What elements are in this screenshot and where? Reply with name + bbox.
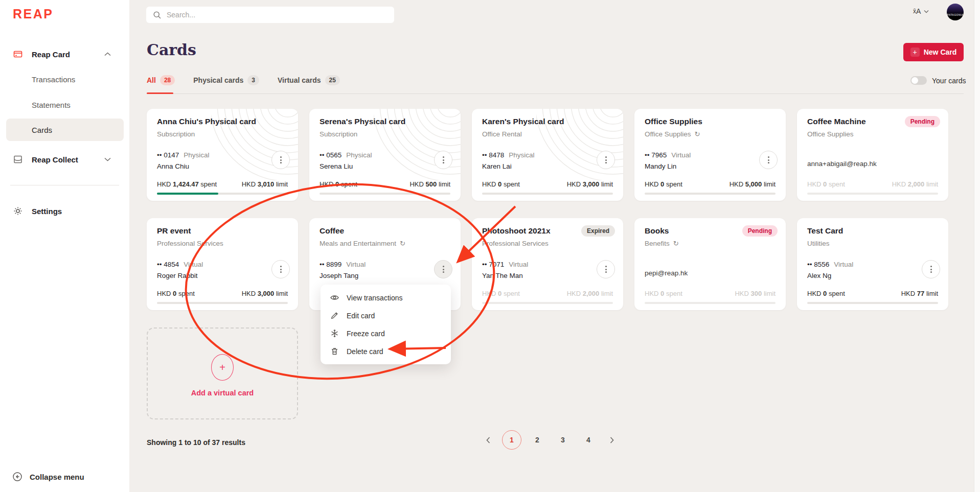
card-category: Subscription xyxy=(157,130,195,138)
card-holder: Joseph Tang xyxy=(320,272,358,279)
card-usage: HKD 0 spent HKD 300 limit xyxy=(645,290,776,297)
card-menu-button[interactable] xyxy=(271,260,290,278)
card-category: Office Rental xyxy=(482,130,522,138)
card-serena[interactable]: Serena's Physical card Subscription •• 0… xyxy=(309,109,461,201)
recurring-icon: ↻ xyxy=(673,240,679,247)
card-title: Anna Chiu's Physical card xyxy=(157,117,262,126)
sidebar-item-label: Reap Card xyxy=(32,50,70,59)
collapse-menu-label: Collapse menu xyxy=(30,473,84,481)
next-page-button[interactable] xyxy=(604,430,620,450)
search-icon xyxy=(153,11,162,19)
prev-page-button[interactable] xyxy=(481,430,496,450)
card-category: Office Supplies↻ xyxy=(645,130,700,138)
spend-progress-bar xyxy=(482,302,613,304)
sidebar-item-transactions[interactable]: Transactions xyxy=(6,68,124,90)
card-number: •• 7965Virtual xyxy=(645,151,691,159)
card-usage: HKD 0 spent HKD 2,000 limit xyxy=(807,180,938,188)
sidebar-divider xyxy=(10,185,119,185)
spend-progress-bar xyxy=(645,302,776,304)
spend-progress-bar xyxy=(807,193,938,195)
card-number: •• 0565Physical xyxy=(320,151,372,159)
avatar[interactable]: PATAGONIA xyxy=(947,4,964,20)
search-box xyxy=(146,7,394,23)
card-books[interactable]: Books Pending Benefits↻ pepi@reap.hk HKD… xyxy=(634,218,786,310)
sidebar-item-statements[interactable]: Statements xyxy=(6,93,124,116)
card-test-card[interactable]: Test Card Utilities •• 8556Virtual Alex … xyxy=(797,218,948,310)
sidebar-item-label: Cards xyxy=(32,126,52,134)
spend-progress-bar xyxy=(645,193,776,195)
pagination: 1 2 3 4 xyxy=(481,430,620,450)
menu-item-edit-card[interactable]: Edit card xyxy=(321,307,451,324)
card-usage: HKD 0 spent HKD 5,000 limit xyxy=(645,180,776,188)
add-virtual-card-label: Add a virtual card xyxy=(191,389,254,397)
menu-item-freeze-card[interactable]: Freeze card xyxy=(321,324,451,342)
tab-virtual-cards[interactable]: Virtual cards 25 xyxy=(278,75,340,85)
card-holder: Alex Ng xyxy=(807,272,831,279)
chevron-right-icon xyxy=(610,437,614,443)
menu-item-view-transactions[interactable]: View transactions xyxy=(321,289,451,307)
card-number: •• 8556Virtual xyxy=(807,261,853,268)
card-usage: HKD 1,424.47 spent HKD 3,010 limit xyxy=(157,180,288,188)
spend-progress-bar xyxy=(157,193,288,195)
new-card-button[interactable]: + New Card xyxy=(903,43,964,61)
trash-icon xyxy=(330,347,339,356)
card-photoshoot[interactable]: Photoshoot 2021x Expired Professional Se… xyxy=(472,218,623,310)
menu-item-label: Edit card xyxy=(347,312,375,320)
sidebar-item-reap-card[interactable]: Reap Card xyxy=(0,45,129,63)
card-anna-chiu[interactable]: Anna Chiu's Physical card Subscription •… xyxy=(147,109,298,201)
tab-label: All xyxy=(147,76,156,84)
card-menu-button[interactable] xyxy=(597,151,615,169)
card-menu-button-open[interactable] xyxy=(434,260,452,278)
search-input[interactable] xyxy=(167,11,371,19)
card-coffee-machine[interactable]: Coffee Machine Pending Office Supplies a… xyxy=(797,109,948,201)
sidebar-item-label: Settings xyxy=(32,207,62,216)
card-usage: HKD 0 spent HKD 3,000 limit xyxy=(157,290,288,297)
card-menu-button[interactable] xyxy=(597,260,615,278)
collapse-menu-button[interactable]: Collapse menu xyxy=(0,467,129,486)
your-cards-toggle[interactable] xyxy=(910,76,927,85)
collect-tray-icon xyxy=(13,155,22,164)
card-category: Subscription xyxy=(320,130,357,138)
menu-item-label: View transactions xyxy=(347,294,402,302)
card-holder: Karen Lai xyxy=(482,162,512,170)
card-menu-button[interactable] xyxy=(922,260,940,278)
tab-label: Physical cards xyxy=(193,76,243,84)
tabs: All 28 Physical cards 3 Virtual cards 25 xyxy=(147,75,340,85)
card-usage: HKD 0 spent HKD 3,000 limit xyxy=(482,180,613,188)
card-office-supplies[interactable]: Office Supplies Office Supplies↻ •• 7965… xyxy=(634,109,786,201)
add-virtual-card-tile[interactable]: + Add a virtual card xyxy=(147,327,298,419)
tabs-divider xyxy=(147,93,964,94)
snowflake-icon xyxy=(330,329,339,338)
sidebar-item-settings[interactable]: Settings xyxy=(0,202,129,220)
card-number: •• 8478Physical xyxy=(482,151,535,159)
sidebar-item-cards[interactable]: Cards xyxy=(6,119,124,141)
scrollbar-track[interactable] xyxy=(974,0,980,492)
card-title: PR event xyxy=(157,226,262,236)
card-title: Office Supplies xyxy=(645,117,750,126)
card-menu-button[interactable] xyxy=(271,151,290,169)
card-menu-button[interactable] xyxy=(759,151,778,169)
tab-all[interactable]: All 28 xyxy=(147,75,175,85)
card-title: Books xyxy=(645,226,750,236)
card-number: •• 8899Virtual xyxy=(320,261,366,268)
page-button-1[interactable]: 1 xyxy=(502,430,521,450)
card-menu-button[interactable] xyxy=(434,151,452,169)
language-switcher[interactable]: x̄A xyxy=(913,7,929,15)
card-pr-event[interactable]: PR event Professional Services •• 4854Vi… xyxy=(147,218,298,310)
card-holder: Anna Chiu xyxy=(157,162,189,170)
spend-progress-bar xyxy=(807,302,938,304)
card-title: Coffee Machine xyxy=(807,117,913,126)
page-button-2[interactable]: 2 xyxy=(528,430,547,450)
card-usage: HKD 0 spent HKD 77 limit xyxy=(807,290,938,297)
menu-item-delete-card[interactable]: Delete card xyxy=(321,342,451,360)
page-button-3[interactable]: 3 xyxy=(553,430,573,450)
recurring-icon: ↻ xyxy=(400,240,405,247)
card-karen[interactable]: Karen's Physical card Office Rental •• 8… xyxy=(472,109,623,201)
credit-card-icon xyxy=(13,50,22,59)
results-summary: Showing 1 to 10 of 37 results xyxy=(147,438,245,447)
avatar-label: PATAGONIA xyxy=(947,13,964,16)
page-button-4[interactable]: 4 xyxy=(579,430,598,450)
card-email: pepi@reap.hk xyxy=(645,269,688,277)
tab-physical-cards[interactable]: Physical cards 3 xyxy=(193,75,259,85)
sidebar-item-reap-collect[interactable]: Reap Collect xyxy=(0,150,129,169)
